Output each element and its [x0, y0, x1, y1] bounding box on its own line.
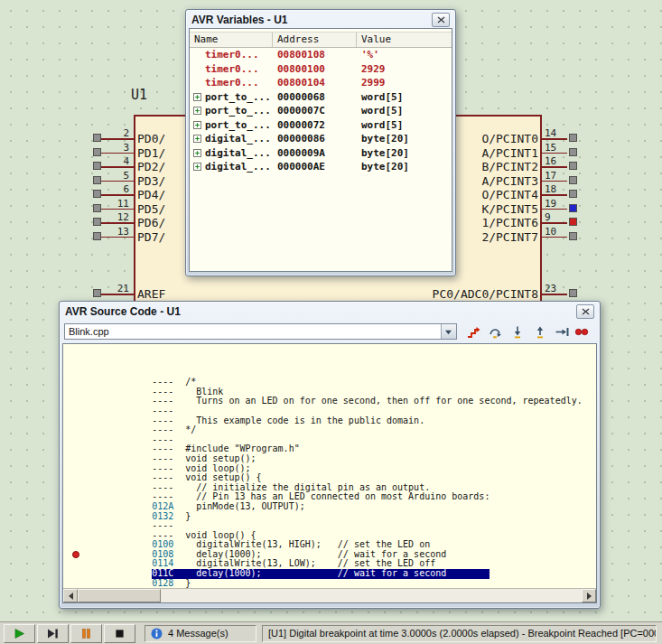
table-row[interactable]: port_to_... 0000007C word[5] [190, 104, 452, 118]
code-line[interactable]: ---- This example code is in the public … [69, 397, 596, 406]
pin-state-indicator [93, 148, 101, 156]
pin-label: PD7/ [137, 230, 165, 244]
step-over-button[interactable] [486, 322, 506, 341]
pin-wire [101, 222, 134, 224]
code-line[interactable]: ----*/ [69, 406, 596, 416]
code-line[interactable]: ---- [69, 387, 596, 397]
breakpoint-icon[interactable] [72, 551, 79, 558]
variables-titlebar[interactable]: AVR Variables - U1 [189, 12, 452, 28]
code-line[interactable]: ----/* [69, 359, 596, 369]
close-button[interactable] [576, 304, 594, 319]
expand-plus-icon[interactable] [193, 107, 201, 115]
source-window-title: AVR Source Code - U1 [65, 305, 576, 318]
source-titlebar[interactable]: AVR Source Code - U1 [62, 303, 597, 320]
scroll-left-button[interactable] [63, 589, 78, 602]
variable-address: 00800100 [273, 63, 357, 75]
expand-plus-icon[interactable] [193, 149, 201, 157]
close-icon [582, 308, 590, 315]
expand-plus-icon[interactable] [193, 163, 201, 171]
code-line[interactable]: 0128} [69, 559, 596, 569]
code-line[interactable]: ---- // Pin 13 has an LED connected on m… [69, 473, 596, 483]
step-into-button[interactable] [508, 322, 527, 341]
code-line[interactable]: ---- Blink [69, 369, 596, 378]
combo-dropdown-button[interactable] [441, 324, 456, 339]
code-line[interactable]: ----void setup() { [69, 454, 596, 464]
single-step-button[interactable] [463, 322, 483, 341]
table-row[interactable]: digital_... 00000086 byte[20] [190, 132, 452, 146]
code-line[interactable]: 012A pinMode(13, OUTPUT); [69, 483, 596, 493]
aref-pin-group: 21 AREF [93, 285, 274, 300]
step-out-button[interactable] [530, 322, 550, 341]
code-line[interactable]: ---- // initialize the digital pin as an… [69, 464, 596, 474]
code-text: } [185, 578, 191, 588]
variable-name: port_to_... [205, 105, 273, 117]
pin-wire [101, 181, 134, 182]
pin-wire [542, 194, 567, 196]
pin-state-indicator [93, 176, 101, 184]
table-row[interactable]: port_to_... 00000068 word[5] [190, 90, 452, 105]
pin-wire [101, 138, 134, 140]
code-line[interactable]: ----void loop() { [69, 512, 596, 522]
pin-wire [101, 209, 134, 210]
table-row[interactable]: timer0... 00800108 '%' [190, 48, 452, 62]
toggle-breakpoint-button[interactable] [572, 322, 592, 341]
pin-wire [101, 294, 134, 295]
variable-name: timer0... [205, 77, 273, 89]
column-header-value[interactable]: Value [357, 33, 452, 47]
pin[interactable]: 21 AREF [93, 285, 274, 300]
pin[interactable]: 23 PC0/ADC0/PCINT8 [415, 285, 596, 300]
source-toolbar: Blink.cpp [62, 320, 597, 343]
code-line[interactable]: ----#include "WProgram.h" [69, 425, 596, 435]
code-line[interactable]: ---- [69, 502, 596, 512]
source-file-selector[interactable]: Blink.cpp [64, 323, 457, 340]
scrollbar-track[interactable] [78, 589, 582, 602]
code-line[interactable]: ---- [69, 416, 596, 426]
pause-button[interactable] [70, 624, 102, 643]
table-row[interactable]: timer0... 00800104 2999 [190, 76, 452, 90]
stop-button[interactable] [104, 624, 135, 643]
pin-wire [542, 294, 567, 295]
code-line[interactable]: 0132} [69, 492, 596, 502]
variables-table-header: Name Address Value [190, 32, 452, 48]
scrollbar-thumb[interactable] [78, 589, 161, 602]
code-line[interactable]: 0100 digitalWrite(13, HIGH); // set the … [69, 521, 596, 531]
horizontal-scrollbar[interactable] [63, 588, 596, 602]
expand-plus-icon[interactable] [193, 121, 201, 129]
scroll-right-button[interactable] [582, 589, 596, 602]
status-panel: [U1] Digital breakpoint at time 3.0000s … [262, 625, 657, 642]
avr-variables-window: AVR Variables - U1 Name Address Value ti… [185, 9, 456, 276]
pin-label: AREF [137, 287, 165, 301]
code-line[interactable]: 0114 digitalWrite(13, LOW); // set the L… [69, 540, 596, 550]
code-line[interactable]: 011C delay(1000); // wait for a second [69, 550, 596, 560]
step-over-icon [488, 325, 502, 339]
code-line[interactable]: ----void setup(); [69, 435, 596, 445]
code-line[interactable]: ----void loop(); [69, 444, 596, 454]
variable-address: 000000AE [273, 161, 357, 173]
arrow-left-icon [69, 593, 73, 600]
variable-value: word[5] [357, 105, 452, 117]
step-button[interactable] [37, 624, 69, 643]
table-row[interactable]: digital_... 000000AE byte[20] [190, 160, 452, 174]
table-row[interactable]: port_to_... 00000072 word[5] [190, 118, 452, 133]
variable-address: 00000086 [273, 133, 357, 145]
table-row[interactable]: digital_... 0000009A byte[20] [190, 146, 452, 161]
pin-state-indicator [569, 289, 577, 297]
pin-wire [101, 166, 134, 168]
pin-wire [542, 237, 567, 238]
expand-plus-icon[interactable] [193, 93, 201, 101]
message-log-panel[interactable]: 4 Message(s) [145, 625, 256, 642]
close-button[interactable] [432, 13, 450, 27]
code-line[interactable]: ---- Turns on an LED on for one second, … [69, 378, 596, 387]
expand-plus-icon[interactable] [193, 135, 201, 143]
table-row[interactable]: timer0... 00800100 2929 [190, 62, 452, 77]
play-button[interactable] [4, 624, 35, 643]
run-to-source-line-button[interactable] [553, 322, 573, 341]
chevron-down-icon [444, 329, 452, 335]
run-to-source-line-icon [555, 325, 569, 339]
code-line[interactable]: 0108 delay(1000); // wait for a second [69, 531, 596, 541]
column-header-address[interactable]: Address [273, 33, 357, 47]
code-line[interactable]: ---- [69, 569, 596, 579]
column-header-name[interactable]: Name [190, 33, 273, 47]
pin-wire [542, 153, 567, 154]
pin-wire [542, 166, 567, 168]
